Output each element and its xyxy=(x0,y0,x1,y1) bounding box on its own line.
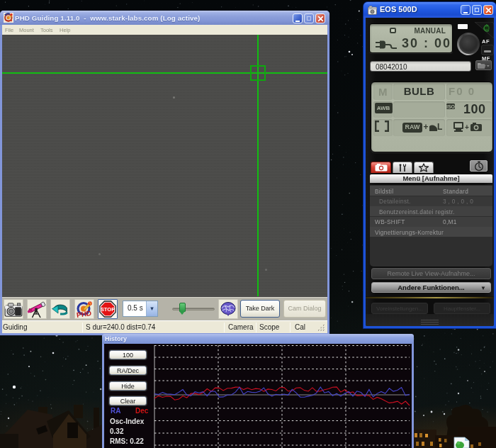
svg-text:PHD: PHD xyxy=(76,309,91,319)
svg-text:STOP: STOP xyxy=(101,306,115,313)
svg-text:+: + xyxy=(465,123,469,131)
